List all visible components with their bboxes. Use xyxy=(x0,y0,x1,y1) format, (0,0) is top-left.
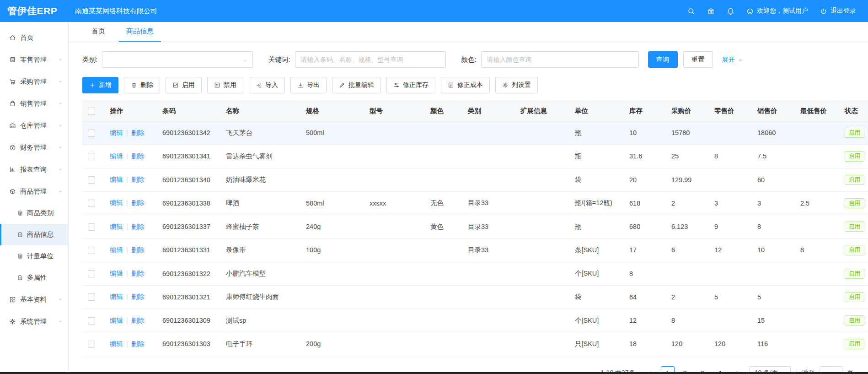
tab-home[interactable]: 首页 xyxy=(84,22,113,42)
sidebar-subitem-measure-unit[interactable]: 计量单位 xyxy=(0,245,68,267)
select-all-checkbox[interactable] xyxy=(88,108,95,115)
sidebar-item-retail[interactable]: 零售管理 xyxy=(0,49,68,70)
export-button[interactable]: 导出 xyxy=(290,77,327,93)
sidebar-item-goods[interactable]: 商品管理 xyxy=(0,180,68,202)
color-input[interactable] xyxy=(481,51,639,68)
enable-button[interactable]: 启用 xyxy=(166,77,202,93)
row-checkbox[interactable] xyxy=(88,176,95,184)
cell-min_price xyxy=(795,309,839,332)
search-icon xyxy=(687,7,695,15)
sidebar-item-home[interactable]: 首页 xyxy=(0,27,68,49)
row-checkbox[interactable] xyxy=(88,200,95,207)
table-row[interactable]: 编辑|删除6901236301342飞天茅台500ml瓶101578018060… xyxy=(82,121,868,145)
sidebar-subitem-multi-attribute[interactable]: 多属性 xyxy=(0,267,68,288)
cell-ext xyxy=(515,121,569,145)
row-checkbox[interactable] xyxy=(88,317,95,325)
cell-value: 12 xyxy=(629,317,637,324)
row-checkbox[interactable] xyxy=(88,223,95,231)
search-button[interactable]: 查询 xyxy=(648,51,678,68)
row-checkbox[interactable] xyxy=(88,293,95,301)
table-row[interactable]: 编辑|删除6901236301338啤酒580mlxxsxx无色目录33瓶/(箱… xyxy=(82,191,868,215)
cell-min_price: 8 xyxy=(795,238,839,262)
table-row[interactable]: 编辑|删除6901236301321康师傅红烧牛肉面袋64255启用 xyxy=(82,285,868,309)
cell-value: 100g xyxy=(306,246,321,254)
header-search-button[interactable] xyxy=(687,7,695,15)
row-checkbox[interactable] xyxy=(88,341,95,348)
edit-link[interactable]: 编辑 xyxy=(110,223,123,230)
delete-link[interactable]: 删除 xyxy=(131,199,145,206)
sidebar-item-label: 财务管理 xyxy=(20,143,47,152)
cell-stock: 20 xyxy=(624,168,666,191)
table-row[interactable]: 编辑|删除6901236301341雷达杀虫气雾剂瓶31.62587.5启用 xyxy=(82,145,868,168)
delete-link[interactable]: 删除 xyxy=(131,317,145,324)
sidebar-item-base-data[interactable]: 基本资料 xyxy=(0,288,68,310)
row-checkbox[interactable] xyxy=(88,247,95,254)
edit-link[interactable]: 编辑 xyxy=(110,176,123,183)
body-wrap: 首页零售管理采购管理销售管理仓库管理财务管理报表查询商品管理商品类别商品信息计量… xyxy=(0,22,868,374)
sidebar-item-purchase[interactable]: 采购管理 xyxy=(0,70,68,92)
edit-link[interactable]: 编辑 xyxy=(110,270,123,277)
sidebar-item-warehouse[interactable]: 仓库管理 xyxy=(0,114,68,136)
category-select[interactable] xyxy=(102,51,253,68)
table-row[interactable]: 编辑|删除6901236301331录像带100g目录33条[SKU]17612… xyxy=(82,238,868,262)
cell-value: 袋 xyxy=(575,176,582,183)
edit-link[interactable]: 编辑 xyxy=(110,152,123,160)
header-portal-button[interactable] xyxy=(707,7,715,15)
cell-value: 580ml xyxy=(306,200,324,207)
edit-link[interactable]: 编辑 xyxy=(110,129,123,136)
column-settings-button[interactable]: 列设置 xyxy=(495,77,538,93)
delete-link[interactable]: 删除 xyxy=(131,223,145,230)
tab-goods-info[interactable]: 商品信息 xyxy=(119,22,161,42)
cell-value: 小鹏汽车模型 xyxy=(226,270,266,277)
delete-button[interactable]: 删除 xyxy=(124,77,160,93)
edit-link[interactable]: 编辑 xyxy=(110,293,123,300)
cell-model xyxy=(364,309,425,332)
user-menu[interactable]: 欢迎您，测试用户 xyxy=(746,7,808,15)
row-checkbox[interactable] xyxy=(88,153,95,160)
import-button[interactable]: 导入 xyxy=(249,77,285,93)
notifications-button[interactable] xyxy=(727,7,734,15)
delete-link[interactable]: 删除 xyxy=(131,176,145,183)
sidebar-subitem-goods-category[interactable]: 商品类别 xyxy=(0,202,68,224)
fix-stock-button[interactable]: 修正库存 xyxy=(386,77,435,93)
table-row[interactable]: 编辑|删除6901236301322小鹏汽车模型个[SKU]8启用 xyxy=(82,262,868,285)
app-logo[interactable]: 管伊佳ERP xyxy=(7,5,69,17)
reset-button[interactable]: 重置 xyxy=(683,51,713,68)
table-row[interactable]: 编辑|删除6901236301303电子手环200g只[SKU]18120120… xyxy=(82,332,868,356)
column-header: 条码 xyxy=(157,101,220,121)
cell-category xyxy=(462,309,515,332)
cell-value: 6901236301337 xyxy=(162,223,210,230)
disable-button[interactable]: 禁用 xyxy=(207,77,243,93)
sidebar-item-finance[interactable]: 财务管理 xyxy=(0,136,68,158)
delete-link[interactable]: 删除 xyxy=(131,270,145,277)
delete-link[interactable]: 删除 xyxy=(131,293,145,300)
delete-link[interactable]: 删除 xyxy=(131,129,145,136)
keyword-input[interactable] xyxy=(295,51,446,68)
delete-link[interactable]: 删除 xyxy=(131,340,145,347)
table-row[interactable]: 编辑|删除6901236301337蜂蜜柚子茶240g黄色目录33瓶6806.1… xyxy=(82,215,868,238)
batch-edit-button[interactable]: 批量编辑 xyxy=(332,77,381,93)
logout-button[interactable]: 退出登录 xyxy=(820,7,856,15)
row-checkbox[interactable] xyxy=(88,130,95,137)
delete-link[interactable]: 删除 xyxy=(131,246,145,254)
edit-link[interactable]: 编辑 xyxy=(110,199,123,206)
row-checkbox[interactable] xyxy=(88,270,95,277)
expand-toggle[interactable]: 展开 xyxy=(722,55,743,64)
fix-cost-button[interactable]: 修正成本 xyxy=(441,77,490,93)
edit-link[interactable]: 编辑 xyxy=(110,246,123,254)
cell-stock: 64 xyxy=(624,285,666,309)
smile-icon xyxy=(746,8,754,15)
import-icon xyxy=(256,82,262,88)
sidebar-item-report[interactable]: 报表查询 xyxy=(0,158,68,180)
table-row[interactable]: 编辑|删除6901236301340奶油味爆米花袋20129.9960启用 xyxy=(82,168,868,191)
add-button[interactable]: 新增 xyxy=(82,77,118,93)
edit-link[interactable]: 编辑 xyxy=(110,340,123,347)
sidebar-subitem-goods-info[interactable]: 商品信息 xyxy=(0,224,68,245)
cell-color xyxy=(425,121,462,145)
table-row[interactable]: 编辑|删除6901236301309测试sp个[SKU]12815启用 xyxy=(82,309,868,332)
cell-ext xyxy=(515,262,569,285)
sidebar-item-system[interactable]: 系统管理 xyxy=(0,310,68,332)
edit-link[interactable]: 编辑 xyxy=(110,317,123,324)
delete-link[interactable]: 删除 xyxy=(131,152,145,160)
sidebar-item-sales[interactable]: 销售管理 xyxy=(0,92,68,114)
